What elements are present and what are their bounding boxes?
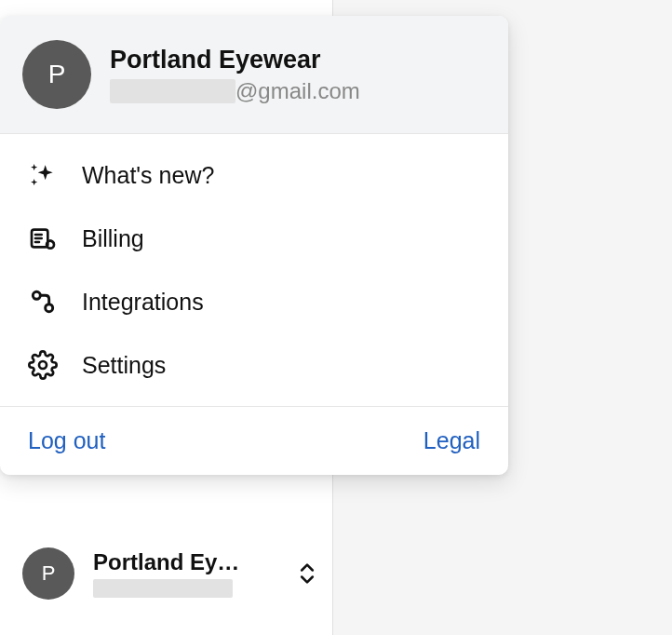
menu-label: Integrations [82,289,204,316]
account-switcher[interactable]: P Portland Ey… [22,547,320,600]
email-redacted [110,79,235,103]
account-email: @gmail.com [110,78,360,104]
email-redacted [93,579,233,598]
avatar: P [22,40,91,109]
menu-item-settings[interactable]: Settings [0,333,508,397]
avatar: P [22,547,74,600]
menu-label: Settings [82,352,166,379]
account-switcher-text: Portland Ey… [93,549,276,598]
account-menu-popover: P Portland Eyewear @gmail.com What's new… [0,16,508,475]
account-switcher-name: Portland Ey… [93,549,276,575]
menu-item-whats-new[interactable]: What's new? [0,143,508,207]
billing-icon [28,223,58,253]
menu-label: Billing [82,225,144,252]
chevron-up-down-icon [294,557,320,590]
popover-footer: Log out Legal [0,407,508,475]
menu-item-billing[interactable]: Billing [0,207,508,270]
account-name: Portland Eyewear [110,45,360,74]
svg-point-7 [39,361,47,369]
legal-link[interactable]: Legal [423,427,480,454]
gear-icon [28,350,58,380]
account-header: P Portland Eyewear @gmail.com [0,16,508,134]
menu-label: What's new? [82,162,214,189]
menu-item-integrations[interactable]: Integrations [0,270,508,333]
account-text: Portland Eyewear @gmail.com [110,45,360,104]
integrations-icon [28,287,58,317]
menu-list: What's new? Billing [0,134,508,407]
email-suffix: @gmail.com [235,78,360,104]
avatar-initial: P [42,561,56,586]
sparkle-icon [28,160,58,190]
avatar-initial: P [48,60,66,89]
logout-link[interactable]: Log out [28,427,105,454]
